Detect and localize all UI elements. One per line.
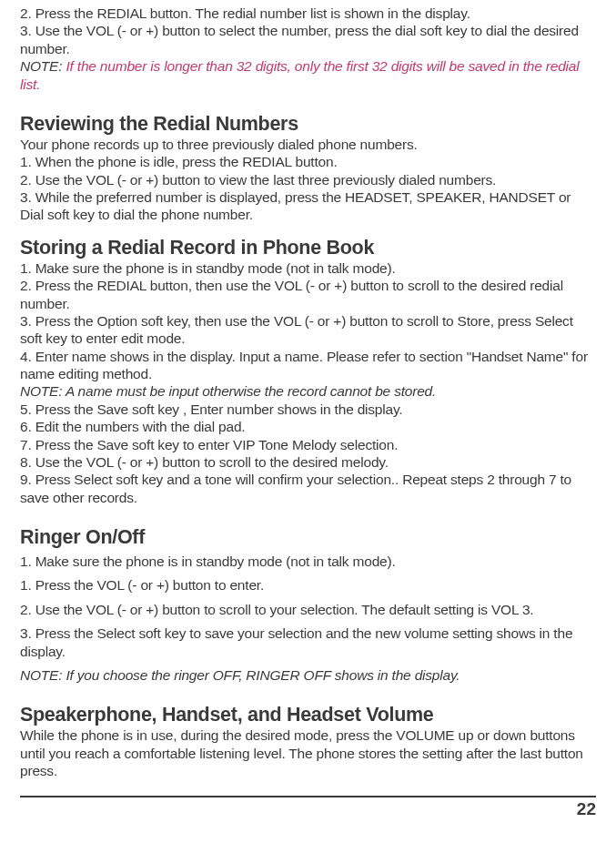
page-number: 22 [577,799,596,818]
s2-p7: 7. Press the Save soft key to enter VIP … [20,436,596,453]
heading-reviewing-redial: Reviewing the Redial Numbers [20,113,596,136]
s2-p2: 2. Press the REDIAL button, then use the… [20,277,596,312]
intro-block: 2. Press the REDIAL button. The redial n… [20,5,596,93]
s2-p5: 5. Press the Save soft key , Enter numbe… [20,401,596,418]
s2-p4: 4. Enter name shows in the display. Inpu… [20,348,596,383]
note-red-text: If the number is longer than 32 digits, … [20,58,580,91]
s1-p1: Your phone records up to three previousl… [20,136,596,153]
heading-storing-redial: Storing a Redial Record in Phone Book [20,237,596,259]
section-ringer: Ringer On/Off 1. Make sure the phone is … [20,526,596,684]
intro-note: NOTE: If the number is longer than 32 di… [20,57,596,93]
s2-p1: 1. Make sure the phone is in standby mod… [20,259,596,277]
heading-volume: Speakerphone, Handset, and Headset Volum… [20,704,596,726]
s3-note: NOTE: If you choose the ringer OFF, RING… [20,666,596,684]
section-volume: Speakerphone, Handset, and Headset Volum… [20,704,596,779]
note-label: NOTE: [20,58,66,74]
s2-p3: 3. Press the Option soft key, then use t… [20,312,596,348]
intro-step-3: 3. Use the VOL (- or +) button to select… [20,22,596,57]
s2-p6: 6. Edit the numbers with the dial pad. [20,418,596,435]
s3-p4: 3. Press the Select soft key to save you… [20,625,596,660]
s1-p2: 1. When the phone is idle, press the RED… [20,153,596,170]
s2-p9: 9. Press Select soft key and a tone will… [20,471,596,506]
s3-p3: 2. Use the VOL (- or +) button to scroll… [20,601,596,618]
section-storing-redial: Storing a Redial Record in Phone Book 1.… [20,237,596,506]
s1-p4: 3. While the preferred number is display… [20,188,596,224]
section-reviewing-redial: Reviewing the Redial Numbers Your phone … [20,113,596,224]
s3-p1: 1. Make sure the phone is in standby mod… [20,553,596,570]
s2-p8: 8. Use the VOL (- or +) button to scroll… [20,453,596,471]
s3-p2: 1. Press the VOL (- or +) button to ente… [20,576,596,594]
s2-note: NOTE: A name must be input otherwise the… [20,382,596,400]
page-footer: 22 [20,796,596,819]
intro-step-2: 2. Press the REDIAL button. The redial n… [20,5,596,22]
s4-p1: While the phone is in use, during the de… [20,726,596,779]
s1-p3: 2. Use the VOL (- or +) button to view t… [20,171,596,188]
heading-ringer: Ringer On/Off [20,526,596,549]
